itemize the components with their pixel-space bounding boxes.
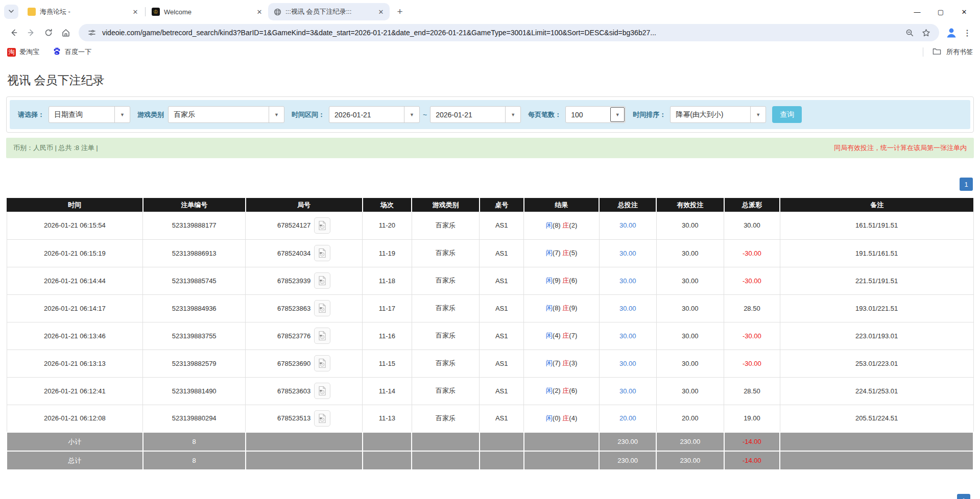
summary-warning-text: 同局有效投注，统一计算在该局第一张注单内 (834, 143, 967, 153)
round-number: 678523939 (277, 277, 310, 285)
cell-bet-number: 523139880294 (143, 405, 246, 432)
cell-table-number: AS1 (480, 377, 524, 405)
cell-total-bet: 30.00 (599, 267, 656, 294)
total-bet-link[interactable]: 30.00 (619, 360, 636, 367)
tab-title: Welcome (164, 8, 251, 16)
table-footer: 小计8230.00230.00-14.00总计8230.00230.00-14.… (7, 432, 973, 470)
search-button[interactable]: 查询 (772, 106, 802, 123)
video-replay-icon[interactable] (314, 328, 330, 344)
page-content: 视讯 会员下注纪录 请选择： 日期查询 ▼ 游戏类别 百家乐 ▼ 时间区间： 2… (0, 72, 980, 470)
summary-label: 总计 (7, 451, 143, 470)
cell-valid-bet: 30.00 (656, 322, 724, 350)
summary-cell: 230.00 (599, 451, 656, 470)
cell-result: 闲(0) 庄(4) (524, 405, 600, 432)
reload-button[interactable] (40, 24, 57, 41)
bookmark-baidu[interactable]: 百度一下 (53, 47, 91, 57)
column-header: 总派彩 (724, 198, 780, 212)
bookmark-star-icon[interactable] (920, 27, 932, 39)
table-row: 2026-01-21 06:12:08523139880294678523513… (7, 405, 973, 432)
cell-valid-bet: 30.00 (656, 239, 724, 267)
url-text[interactable]: videoie.com/game/betrecord_search/kind3?… (102, 29, 899, 37)
cell-result: 闲(2) 庄(6) (524, 377, 600, 405)
video-replay-icon[interactable] (314, 272, 330, 289)
cell-table-number: AS1 (480, 350, 524, 377)
cell-table-number: AS1 (480, 239, 524, 267)
total-bet-link[interactable]: 30.00 (619, 277, 636, 285)
cell-session: 11-13 (363, 405, 412, 432)
cell-valid-bet: 30.00 (656, 294, 724, 322)
total-bet-link[interactable]: 20.00 (619, 414, 636, 422)
url-bar[interactable]: videoie.com/game/betrecord_search/kind3?… (79, 24, 939, 41)
page-1-button-bottom[interactable]: 1 (957, 494, 970, 499)
close-icon[interactable]: ✕ (255, 7, 264, 16)
video-replay-icon[interactable] (314, 245, 330, 261)
per-page-select[interactable]: 100 ▼ (565, 106, 626, 123)
cell-result: 闲(8) 庄(9) (524, 294, 600, 322)
home-button[interactable] (57, 24, 75, 41)
back-button[interactable] (5, 24, 22, 41)
total-bet-link[interactable]: 30.00 (619, 332, 636, 340)
cell-total-payout: -30.00 (724, 267, 780, 294)
close-icon[interactable]: ✕ (131, 7, 140, 16)
total-bet-link[interactable]: 30.00 (619, 305, 636, 312)
query-type-value: 日期查询 (49, 107, 114, 122)
new-tab-button[interactable]: + (393, 5, 407, 19)
round-number: 678524034 (277, 250, 310, 257)
cell-time: 2026-01-21 06:12:08 (7, 405, 143, 432)
cell-time: 2026-01-21 06:15:54 (7, 212, 143, 239)
video-replay-icon[interactable] (314, 300, 330, 316)
cell-valid-bet: 20.00 (656, 405, 724, 432)
site-info-icon[interactable] (86, 27, 98, 39)
cell-round-number: 678523776 (246, 322, 363, 350)
summary-cell (780, 451, 973, 470)
close-window-button[interactable]: ✕ (952, 2, 976, 21)
page-1-button[interactable]: 1 (960, 178, 973, 191)
date-end-select[interactable]: 2026-01-21 ▼ (430, 106, 521, 123)
browser-menu-icon[interactable]: ⋮ (960, 24, 975, 41)
date-start-select[interactable]: 2026-01-21 ▼ (329, 106, 420, 123)
tab-haiyan-forum[interactable]: 海燕论坛 - ✕ (22, 3, 144, 20)
cell-bet-number: 523139884936 (143, 294, 246, 322)
tab-search-button[interactable] (4, 5, 18, 19)
cell-result: 闲(4) 庄(7) (524, 322, 600, 350)
video-replay-icon[interactable] (314, 383, 330, 399)
forward-button[interactable] (22, 24, 40, 41)
profile-avatar[interactable] (943, 24, 960, 41)
cell-game-kind: 百家乐 (412, 377, 480, 405)
bookmark-label: 爱淘宝 (19, 47, 39, 57)
cell-table-number: AS1 (480, 294, 524, 322)
zoom-icon[interactable] (903, 27, 916, 39)
bookmark-aitaobao[interactable]: 淘 爱淘宝 (7, 47, 39, 57)
close-icon[interactable]: ✕ (376, 7, 386, 16)
game-kind-select[interactable]: 百家乐 ▼ (168, 106, 284, 123)
cell-session: 11-16 (363, 322, 412, 350)
cell-total-payout: -30.00 (724, 239, 780, 267)
video-replay-icon[interactable] (314, 410, 330, 427)
cell-result: 闲(7) 庄(3) (524, 350, 600, 377)
video-replay-icon[interactable] (314, 217, 330, 234)
sort-select[interactable]: 降幂(由大到小) ▼ (670, 106, 766, 123)
cell-time: 2026-01-21 06:15:19 (7, 239, 143, 267)
player-result: 闲 (546, 414, 553, 422)
query-type-select[interactable]: 日期查询 ▼ (49, 106, 130, 123)
minimize-button[interactable]: — (905, 2, 929, 21)
maximize-button[interactable]: ▢ (929, 2, 952, 21)
cell-result: 闲(7) 庄(5) (524, 239, 600, 267)
player-result: 闲 (546, 249, 553, 257)
tab-bet-records[interactable]: :::视讯 会员下注纪录::: ✕ (268, 3, 390, 20)
range-tilde: ~ (423, 111, 427, 119)
summary-cell (480, 451, 524, 470)
cell-total-bet: 30.00 (599, 294, 656, 322)
tab-welcome[interactable]: ♔ Welcome ✕ (147, 3, 268, 20)
video-replay-icon[interactable] (314, 355, 330, 371)
all-bookmarks[interactable]: 所有书签 (923, 47, 973, 57)
cell-table-number: AS1 (480, 405, 524, 432)
summary-bar: 币别：人民币 | 总共 :8 注单 | 同局有效投注，统一计算在该局第一张注单内 (6, 138, 974, 158)
total-bet-link[interactable]: 30.00 (619, 387, 636, 395)
total-bet-link[interactable]: 30.00 (619, 221, 636, 229)
chevron-down-icon: ▼ (114, 107, 130, 122)
table-header-row: 时间注单编号局号场次游戏类别桌号结果总投注有效投注总派彩备注 (7, 198, 973, 212)
per-page-label: 每页笔数： (528, 110, 561, 119)
cell-round-number: 678523863 (246, 294, 363, 322)
total-bet-link[interactable]: 30.00 (619, 250, 636, 257)
